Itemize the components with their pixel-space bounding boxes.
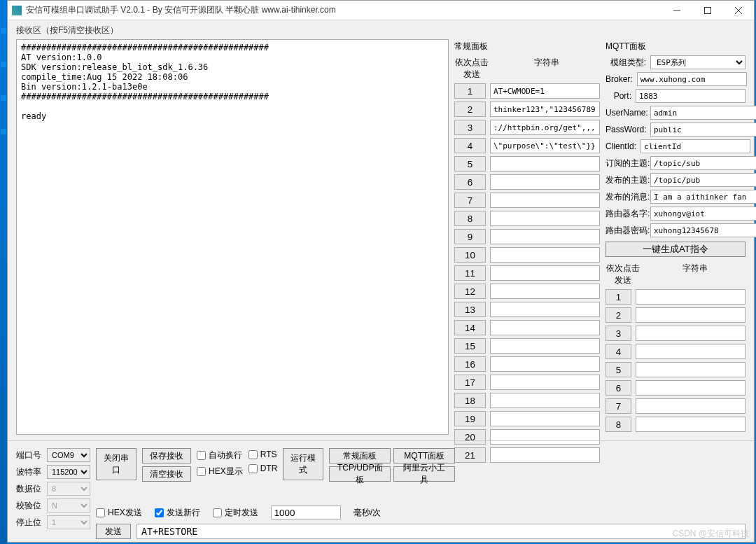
mqtt-seq-button-1[interactable]: 1 xyxy=(606,289,631,305)
mqtt-pass-input[interactable] xyxy=(650,123,756,137)
send-input[interactable] xyxy=(136,524,746,539)
normal-seq-input-3[interactable] xyxy=(490,120,600,135)
hex-display-checkbox[interactable]: HEX显示 xyxy=(197,466,243,477)
dtr-checkbox[interactable]: DTR xyxy=(248,463,278,473)
normal-seq-input-18[interactable] xyxy=(490,393,600,408)
normal-seq-button-12[interactable]: 12 xyxy=(454,284,486,299)
mqtt-seq-button-6[interactable]: 6 xyxy=(606,380,631,396)
normal-seq-input-10[interactable] xyxy=(490,247,600,263)
save-receive-button[interactable]: 保存接收 xyxy=(142,448,191,463)
normal-seq-input-14[interactable] xyxy=(490,320,600,335)
normal-seq-button-13[interactable]: 13 xyxy=(454,302,486,317)
normal-seq-input-17[interactable] xyxy=(490,375,600,390)
mqtt-router_name-input[interactable] xyxy=(650,207,756,221)
normal-panel-title: 常规面板 xyxy=(454,39,600,55)
mqtt-seq-input-4[interactable] xyxy=(636,344,746,359)
mqtt-seq-input-3[interactable] xyxy=(636,326,746,341)
close-button[interactable] xyxy=(723,1,754,20)
mqtt-panel: MQTT面板 模组类型:ESP系列Broker:Port:UserName:Pa… xyxy=(606,39,746,435)
normal-seq-input-16[interactable] xyxy=(490,356,600,372)
mqtt-seq-button-4[interactable]: 4 xyxy=(606,344,631,359)
normal-seq-input-9[interactable] xyxy=(490,229,600,244)
normal-seq-button-10[interactable]: 10 xyxy=(454,247,486,263)
normal-seq-input-5[interactable] xyxy=(490,156,600,172)
mqtt-seq-input-5[interactable] xyxy=(636,362,746,377)
mqtt-seq-button-5[interactable]: 5 xyxy=(606,362,631,377)
mqtt-seq-button-8[interactable]: 8 xyxy=(606,417,631,432)
mqtt-broker-input[interactable] xyxy=(637,72,747,86)
rts-checkbox[interactable]: RTS xyxy=(248,449,278,459)
svg-rect-0 xyxy=(705,7,711,13)
normal-seq-button-16[interactable]: 16 xyxy=(454,356,486,372)
normal-seq-button-5[interactable]: 5 xyxy=(454,156,486,172)
mqtt-seq-input-7[interactable] xyxy=(636,398,746,414)
mqtt-seq-button-2[interactable]: 2 xyxy=(606,307,631,323)
normal-seq-button-4[interactable]: 4 xyxy=(454,138,486,153)
auto-wrap-checkbox[interactable]: 自动换行 xyxy=(197,449,243,461)
normal-seq-input-7[interactable] xyxy=(490,193,600,208)
maximize-button[interactable] xyxy=(692,1,723,20)
port-select[interactable]: COM9 xyxy=(47,448,90,462)
mqtt-pub-input[interactable] xyxy=(650,173,756,187)
parity-select[interactable]: N xyxy=(47,498,90,512)
send-button[interactable]: 发送 xyxy=(96,524,131,539)
mqtt-seq-input-2[interactable] xyxy=(636,307,746,323)
normal-panel: 常规面板 依次点击发送字符串 1234567891011121314151617… xyxy=(454,39,600,435)
mqtt-port-input[interactable] xyxy=(636,89,746,103)
normal-seq-input-19[interactable] xyxy=(490,411,600,426)
timed-send-checkbox[interactable]: 定时发送 xyxy=(213,507,258,519)
hex-send-checkbox[interactable]: HEX发送 xyxy=(96,507,142,519)
normal-seq-input-13[interactable] xyxy=(490,302,600,317)
tab-normal-button[interactable]: 常规面板 xyxy=(329,448,391,463)
close-port-button[interactable]: 关闭串口 xyxy=(96,448,136,480)
mqtt-user-input[interactable] xyxy=(650,106,756,120)
tab-aliyun-button[interactable]: 阿里云小工具 xyxy=(393,466,455,482)
normal-seq-button-18[interactable]: 18 xyxy=(454,393,486,408)
mqtt-seq-input-8[interactable] xyxy=(636,417,746,432)
clear-receive-button[interactable]: 清空接收 xyxy=(142,466,191,482)
window-title: 安信可模组串口调试助手 V2.0.1 - By 安信可开源团队 半颗心脏 www… xyxy=(26,4,662,16)
port-settings: 端口号COM9 波特率115200 数据位8 校验位N 停止位1 xyxy=(16,448,90,529)
normal-seq-button-2[interactable]: 2 xyxy=(454,102,486,117)
receive-area[interactable]: ########################################… xyxy=(16,39,449,435)
minimize-button[interactable] xyxy=(662,1,692,20)
normal-seq-button-6[interactable]: 6 xyxy=(454,174,486,190)
mqtt-clientid-input[interactable] xyxy=(640,139,750,153)
normal-seq-button-19[interactable]: 19 xyxy=(454,411,486,426)
normal-seq-button-14[interactable]: 14 xyxy=(454,320,486,335)
normal-seq-input-15[interactable] xyxy=(490,338,600,354)
baud-select[interactable]: 115200 xyxy=(47,465,90,479)
stopbits-select[interactable]: 1 xyxy=(47,515,90,529)
normal-seq-input-8[interactable] xyxy=(490,211,600,226)
tab-mqtt-button[interactable]: MQTT面板 xyxy=(393,448,455,463)
mqtt-sub-input[interactable] xyxy=(650,156,756,170)
interval-input[interactable] xyxy=(271,505,341,519)
normal-seq-input-1[interactable] xyxy=(490,83,600,99)
normal-seq-button-11[interactable]: 11 xyxy=(454,265,486,281)
normal-seq-button-1[interactable]: 1 xyxy=(454,83,486,99)
normal-seq-button-3[interactable]: 3 xyxy=(454,120,486,135)
normal-seq-input-6[interactable] xyxy=(490,174,600,190)
tab-tcp-button[interactable]: TCP/UDP面板 xyxy=(329,466,391,482)
normal-seq-button-7[interactable]: 7 xyxy=(454,193,486,208)
normal-seq-button-15[interactable]: 15 xyxy=(454,338,486,354)
normal-seq-button-8[interactable]: 8 xyxy=(454,211,486,226)
mqtt-module_type-select[interactable]: ESP系列 xyxy=(650,55,746,69)
generate-at-button[interactable]: 一键生成AT指令 xyxy=(606,242,746,257)
normal-seq-input-12[interactable] xyxy=(490,284,600,299)
mqtt-msg-input[interactable] xyxy=(650,190,756,204)
rx-area-label: 接收区（按F5清空接收区） xyxy=(8,20,754,39)
normal-seq-input-2[interactable] xyxy=(490,102,600,117)
mqtt-seq-button-3[interactable]: 3 xyxy=(606,326,631,341)
mqtt-seq-input-1[interactable] xyxy=(636,289,746,305)
send-newline-checkbox[interactable]: 发送新行 xyxy=(155,507,200,519)
normal-seq-input-4[interactable] xyxy=(490,138,600,153)
mqtt-seq-input-6[interactable] xyxy=(636,380,746,396)
databits-select[interactable]: 8 xyxy=(47,482,90,496)
normal-seq-button-17[interactable]: 17 xyxy=(454,375,486,390)
mqtt-seq-button-7[interactable]: 7 xyxy=(606,398,631,414)
normal-seq-button-9[interactable]: 9 xyxy=(454,229,486,244)
run-mode-button[interactable]: 运行模式 xyxy=(283,448,323,480)
mqtt-router_pass-input[interactable] xyxy=(650,223,756,237)
normal-seq-input-11[interactable] xyxy=(490,265,600,281)
